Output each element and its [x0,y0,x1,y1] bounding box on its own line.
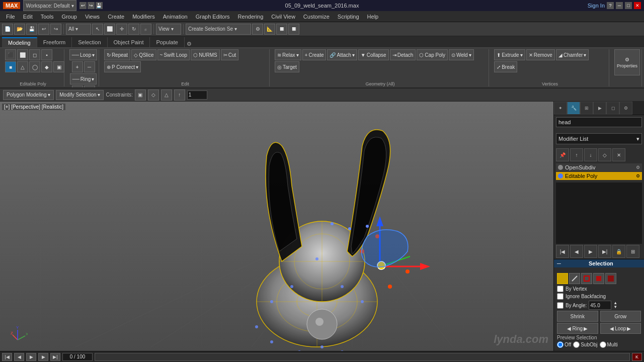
menu-modifiers[interactable]: Modifiers [128,13,159,21]
pin-btn[interactable]: 📌 [556,148,569,161]
constraints-value[interactable] [187,90,207,100]
ignore-backfacing-checkbox[interactable] [557,293,564,300]
ring-left-btn[interactable]: ◀ [567,326,571,331]
stack-prev[interactable]: ◀ [570,245,583,258]
save-file-btn[interactable]: 💾 [26,24,37,35]
by-angle-checkbox[interactable] [557,302,564,309]
object-name-input[interactable] [556,117,642,127]
poly-mode-btn[interactable]: ▪ [41,49,52,60]
ep-icon5[interactable]: ▣ [53,61,64,72]
by-angle-value[interactable] [589,301,611,310]
by-vertex-checkbox[interactable] [557,286,564,292]
multi-radio[interactable] [600,341,606,348]
menu-views[interactable]: Views [81,13,104,21]
anim-key-btn[interactable]: K [632,353,642,361]
sign-in-btn[interactable]: Sign In [588,3,605,9]
polygon-modeling-dropdown[interactable]: Polygon Modeling ▾ [3,90,54,100]
opensubdiv-settings[interactable]: ⚙ [636,165,640,170]
tab-object-paint[interactable]: Object Paint [108,37,150,47]
polygon-sel-icon[interactable] [593,273,604,284]
ep-icon4[interactable]: ◆ [41,61,52,72]
element-sel-icon[interactable] [605,273,616,284]
timeline[interactable] [95,353,630,361]
workspace-dropdown[interactable]: Workspace: Default ▾ [23,0,76,11]
maximize-btn[interactable]: □ [625,2,632,9]
edge-mode-btn[interactable]: ⬜ [17,49,28,60]
panel-tab-utility[interactable]: ⚙ [619,102,632,115]
break-btn[interactable]: ⤢ Break [494,61,517,72]
modifier-list-dropdown[interactable]: Modifier List ▾ [556,133,642,144]
loop-plus-btn[interactable]: + [72,61,83,72]
stack-go-end[interactable]: ▶| [598,245,611,258]
ep-icon3[interactable]: ◯ [29,61,40,72]
rotate-btn[interactable]: ↻ [128,24,139,35]
loop-btn[interactable]: ── Loop ▾ [69,49,97,60]
tb-icon3[interactable]: 🔲 [276,24,287,35]
remove-modifier-btn[interactable]: ✕ [612,148,625,161]
target-btn[interactable]: ◎ Target [275,61,299,72]
selection-collapse-btn[interactable]: ─ [557,260,561,266]
stack-go-start[interactable]: |◀ [556,245,569,258]
loop-left-btn[interactable]: ◀ [610,326,614,331]
menu-group[interactable]: Group [57,13,81,21]
constraint-btn4[interactable]: ↑ [174,89,185,101]
tb-icon4[interactable]: 🔲 [288,24,299,35]
minimize-btn[interactable]: ─ [616,2,623,9]
stack-next[interactable]: ▶ [584,245,597,258]
new-btn[interactable]: 📄 [2,24,13,35]
attach-btn[interactable]: 🔗 Attach ▾ [327,49,357,60]
remove-btn[interactable]: ✕ Remove [526,49,555,60]
constraint-btn3[interactable]: △ [161,89,172,101]
menu-create[interactable]: Create [104,13,128,21]
extrude-btn[interactable]: ⬆ Extrude ▾ [494,49,525,60]
tb-icon1[interactable]: ⚙ [252,24,263,35]
detach-btn[interactable]: ⇥ Detach [390,49,416,60]
panel-tab-modify[interactable]: 🔧 [567,102,580,115]
properties-btn[interactable]: ⚙ Properties [614,49,640,75]
close-btn[interactable]: ✕ [634,2,641,9]
undo-btn[interactable]: ↩ [79,2,87,9]
anim-play[interactable]: ▶ [26,353,36,361]
ribbon-settings-icon[interactable]: ⚙ [187,41,192,47]
weld-btn[interactable]: ⊙ Weld ▾ [449,49,474,60]
ep-icon2[interactable]: △ [17,61,28,72]
move-up-btn[interactable]: ↑ [570,148,583,161]
vertex-sel-icon[interactable] [557,273,568,284]
open-btn[interactable]: 📂 [14,24,25,35]
modifier-opensubdiv[interactable]: OpenSubdiv ⚙ [556,163,642,171]
help-btn[interactable]: ? [607,2,614,9]
redo-toolbar-btn[interactable]: ↪ [50,24,61,35]
chamfer-btn[interactable]: ◢ Chamfer ▾ [556,49,589,60]
menu-graph-editors[interactable]: Graph Editors [192,13,234,21]
create-selection-dropdown[interactable]: Create Selection Se▾ [186,24,251,35]
subobj-radio[interactable] [573,341,580,348]
cut-btn[interactable]: ✂ Cut [221,49,239,60]
border-sel-icon[interactable] [581,273,592,284]
make-unique-btn[interactable]: ◇ [598,148,611,161]
qslice-btn[interactable]: ◇ QSlice [131,49,156,60]
panel-tab-motion[interactable]: ▶ [593,102,606,115]
nurms-btn[interactable]: ⬡ NURMS [191,49,220,60]
viewport[interactable]: [+] [Perspective] [Realistic] [0,102,553,351]
move-down-btn[interactable]: ↓ [584,148,597,161]
ring-btn[interactable]: ── Ring ▾ [70,73,97,84]
loop-minus-btn[interactable]: ─ [84,61,95,72]
panel-tab-hierarchy[interactable]: ⊞ [580,102,593,115]
menu-rendering[interactable]: Rendering [234,13,268,21]
relax-btn[interactable]: ≋ Relax ▾ [275,49,301,60]
collapse-btn[interactable]: ▼ Collapse [358,49,389,60]
loop-right-btn[interactable]: ▶ [627,326,631,331]
filter-dropdown[interactable]: All▾ [66,24,91,35]
grow-btn[interactable]: Grow [600,311,641,322]
vertex-mode-btn[interactable]: ⬛ [5,49,16,60]
anim-prev-frame[interactable]: ◀ [14,353,24,361]
edge-sel-icon[interactable] [569,273,580,284]
swift-loop-btn[interactable]: ~ Swift Loop [157,49,190,60]
menu-customize[interactable]: Customize [299,13,334,21]
select-btn[interactable]: ↖ [92,24,103,35]
redo-btn[interactable]: ↪ [88,2,95,9]
scale-btn[interactable]: ⟔ [140,24,151,35]
menu-scripting[interactable]: Scripting [334,13,363,21]
menu-animation[interactable]: Animation [159,13,192,21]
menu-tools[interactable]: Tools [37,13,58,21]
